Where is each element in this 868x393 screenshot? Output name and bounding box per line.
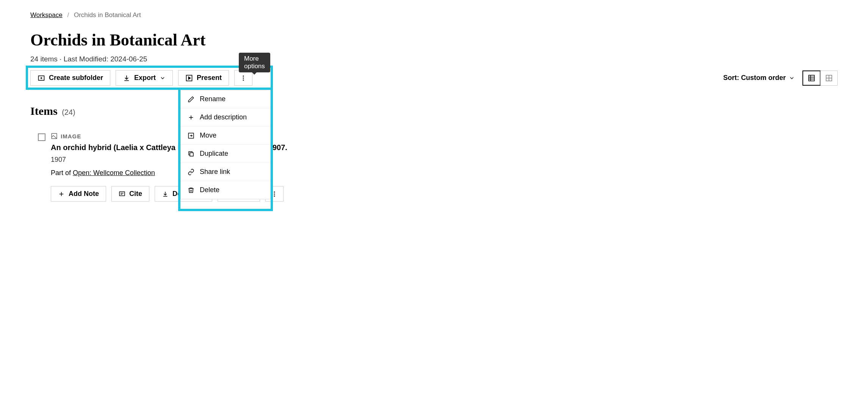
grid-view-button[interactable] [820, 71, 837, 85]
items-heading: Items (24) [30, 105, 838, 117]
grid-icon [825, 74, 833, 82]
page-subtitle: 24 items · Last Modified: 2024-06-25 [30, 55, 838, 63]
download-icon [162, 191, 169, 197]
menu-delete-label: Delete [200, 186, 219, 194]
chevron-down-icon [789, 75, 795, 81]
export-button[interactable]: Export [116, 70, 173, 86]
sort-label-text: Sort: Custom order [723, 74, 786, 82]
play-icon [185, 74, 193, 82]
page-title: Orchids in Botanical Art [30, 30, 838, 50]
link-icon [188, 169, 194, 175]
breadcrumb-root-link[interactable]: Workspace [30, 11, 63, 19]
items-count: (24) [62, 108, 75, 116]
add-note-button[interactable]: Add Note [51, 186, 106, 202]
sort-dropdown[interactable]: Sort: Custom order [723, 74, 795, 82]
item-type-label: IMAGE [61, 133, 81, 139]
menu-delete[interactable]: Delete [181, 181, 270, 199]
item-checkbox[interactable] [38, 133, 45, 141]
menu-duplicate-label: Duplicate [200, 150, 228, 158]
breadcrumb: Workspace / Orchids in Botanical Art [30, 11, 838, 19]
list-item: IMAGE An orchid hybrid (Laelia x Cattley… [30, 133, 838, 202]
create-subfolder-label: Create subfolder [49, 74, 103, 82]
svg-point-35 [274, 193, 275, 194]
breadcrumb-separator: / [67, 11, 69, 19]
more-options-button[interactable] [234, 70, 252, 86]
svg-point-9 [243, 79, 244, 80]
item-actions: Add Note Cite Download Move [51, 186, 838, 202]
export-label: Export [134, 74, 156, 82]
arrow-box-icon [188, 132, 194, 139]
toolbar-left: More options Create subfolder Export Pre… [30, 70, 252, 86]
menu-move[interactable]: Move [181, 127, 270, 145]
list-icon [808, 74, 815, 82]
plus-icon [58, 191, 65, 197]
menu-add-description[interactable]: Add description [181, 108, 270, 127]
cite-label: Cite [129, 190, 142, 198]
menu-share-link[interactable]: Share link [181, 163, 270, 181]
more-options-menu: Rename Add description Move Duplicate Sh… [180, 90, 271, 199]
menu-add-description-label: Add description [200, 113, 247, 121]
svg-rect-27 [119, 192, 125, 196]
breadcrumb-current: Orchids in Botanical Art [74, 11, 141, 19]
menu-rename-label: Rename [200, 95, 226, 103]
item-partof: Part of Open: Wellcome Collection [51, 169, 838, 177]
list-view-button[interactable] [802, 70, 821, 86]
view-toggle [802, 70, 838, 86]
svg-rect-14 [190, 153, 193, 156]
svg-point-36 [274, 195, 275, 196]
add-note-label: Add Note [69, 190, 99, 198]
toolbar-right: Sort: Custom order [723, 70, 838, 86]
plus-icon [188, 114, 194, 121]
svg-point-8 [243, 77, 244, 78]
menu-move-label: Move [200, 132, 216, 139]
kebab-icon [240, 75, 247, 81]
kebab-icon [271, 191, 278, 197]
image-icon [51, 133, 58, 139]
menu-duplicate[interactable]: Duplicate [181, 145, 270, 163]
cite-icon [119, 191, 125, 197]
chevron-down-icon [160, 75, 166, 81]
item-type-badge: IMAGE [51, 133, 838, 139]
present-label: Present [197, 74, 222, 82]
duplicate-icon [188, 150, 194, 157]
trash-icon [188, 187, 194, 194]
cite-button[interactable]: Cite [111, 186, 149, 202]
item-partof-prefix: Part of [51, 169, 73, 177]
items-heading-text: Items [30, 105, 58, 117]
download-icon [123, 74, 130, 82]
item-title[interactable]: An orchid hybrid (Laelia x Cattleya lu d… [51, 143, 838, 152]
item-partof-link[interactable]: Open: Wellcome Collection [73, 169, 155, 177]
svg-point-7 [243, 75, 244, 77]
svg-point-34 [274, 191, 275, 193]
svg-rect-17 [809, 75, 815, 81]
create-subfolder-button[interactable]: Create subfolder [30, 70, 110, 86]
present-button[interactable]: Present [178, 70, 229, 86]
svg-marker-6 [188, 77, 190, 79]
menu-rename[interactable]: Rename [181, 90, 270, 108]
more-options-tooltip: More options [239, 53, 270, 72]
menu-share-link-label: Share link [200, 168, 230, 176]
item-year: 1907 [51, 156, 838, 164]
add-folder-icon [38, 74, 45, 82]
pencil-icon [188, 96, 194, 103]
